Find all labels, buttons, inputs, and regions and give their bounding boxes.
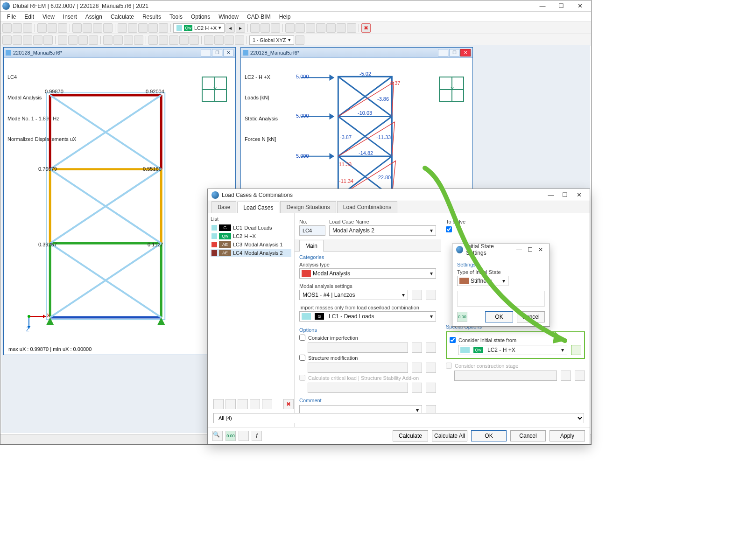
tb-prev-icon[interactable]: ◂ xyxy=(226,23,235,33)
tb2-move-icon[interactable] xyxy=(134,35,143,45)
modal-settings-select[interactable]: MOS1 - #4 | Lanczos ▾ xyxy=(299,290,408,300)
tb2-view3-icon[interactable] xyxy=(169,35,178,45)
tb2-solid-icon[interactable] xyxy=(43,35,53,45)
tb2-load-icon[interactable] xyxy=(78,35,88,45)
child-maximize-button[interactable]: ☐ xyxy=(449,49,459,56)
tb-save-icon[interactable] xyxy=(23,23,32,33)
analysis-type-select[interactable]: Modal Analysis ▾ xyxy=(299,268,436,279)
imperfection-new-button[interactable] xyxy=(426,343,436,353)
menu-help[interactable]: Help xyxy=(275,13,295,21)
structmod-edit-button[interactable] xyxy=(412,363,422,373)
apply-button[interactable]: Apply xyxy=(550,430,585,441)
tab-designsituations[interactable]: Design Situations xyxy=(280,201,336,213)
tb-disp5-icon[interactable] xyxy=(326,23,336,33)
tab-base[interactable]: Base xyxy=(211,201,236,213)
tb-undo-icon[interactable] xyxy=(37,23,47,33)
dialog-close-button[interactable]: ✕ xyxy=(572,190,586,200)
initial-state-select[interactable]: Qw LC2 - H +X ▾ xyxy=(458,345,567,355)
foot-member-button[interactable] xyxy=(239,431,249,441)
menu-calculate[interactable]: Calculate xyxy=(107,13,138,21)
opt-initial-state[interactable]: Consider initial state from xyxy=(450,337,581,343)
structmod-new-button[interactable] xyxy=(426,363,436,373)
menu-edit[interactable]: Edit xyxy=(21,13,38,21)
list-check-button[interactable] xyxy=(250,399,260,409)
tb2-mirror-icon[interactable] xyxy=(113,35,123,45)
solve-checkbox[interactable] xyxy=(446,226,585,232)
window-minimize-button[interactable]: — xyxy=(533,1,552,11)
lcname-select[interactable]: Modal Analysis 2 ▾ xyxy=(329,225,436,236)
child-close-button[interactable]: ✕ xyxy=(460,49,471,56)
tb2-copy-icon[interactable] xyxy=(103,35,113,45)
tab-loadcombinations[interactable]: Load Combinations xyxy=(337,201,397,213)
view-right-titlebar[interactable]: 220128_Manual5.rf6* — ☐ ✕ xyxy=(241,48,472,58)
menu-file[interactable]: File xyxy=(3,13,20,21)
dialog-minimize-button[interactable]: — xyxy=(544,190,558,200)
tb2-moment-icon[interactable] xyxy=(89,35,98,45)
menu-results[interactable]: Results xyxy=(139,13,165,21)
inner-cancel-button[interactable]: Cancel xyxy=(517,311,545,322)
opt-structmod[interactable]: Structure modification xyxy=(299,355,436,361)
menu-options[interactable]: Options xyxy=(187,13,214,21)
inner-ok-button[interactable]: OK xyxy=(485,311,513,322)
menu-window[interactable]: Window xyxy=(215,13,242,21)
loadcase-list-row[interactable]: QwLC2H +X xyxy=(211,232,291,240)
type-select[interactable]: Stiffness ▾ xyxy=(457,276,508,286)
tb-graph-icon[interactable] xyxy=(103,23,113,33)
tb-next-icon[interactable]: ▸ xyxy=(236,23,245,33)
tb2-render1-icon[interactable] xyxy=(204,35,213,45)
list-sort-button[interactable] xyxy=(238,399,248,409)
tb-redo-icon[interactable] xyxy=(48,23,57,33)
tb2-support-icon[interactable] xyxy=(58,35,67,45)
loadcase-selector[interactable]: Qw LC2 H +X ▾ xyxy=(173,23,225,33)
tb2-member-icon[interactable] xyxy=(23,35,32,45)
child-minimize-button[interactable]: — xyxy=(201,49,211,56)
cancel-button[interactable]: Cancel xyxy=(510,430,546,441)
tb2-globe-icon[interactable] xyxy=(295,35,304,45)
loadcase-list-row[interactable]: AELC3Modal Analysis 1 xyxy=(211,240,291,249)
tb-results-icon[interactable] xyxy=(83,23,92,33)
tb-new-icon[interactable] xyxy=(2,23,12,33)
menu-assign[interactable]: Assign xyxy=(82,13,106,21)
tb-ruler-icon[interactable] xyxy=(271,23,280,33)
list-copy-button[interactable] xyxy=(226,399,236,409)
foot-units-button[interactable]: 0.00 xyxy=(226,431,236,441)
tb2-render2-icon[interactable] xyxy=(214,35,224,45)
child-close-button[interactable]: ✕ xyxy=(223,49,233,56)
menu-tools[interactable]: Tools xyxy=(166,13,186,21)
tb-disp4-icon[interactable] xyxy=(316,23,325,33)
tb-pin-icon[interactable] xyxy=(250,23,260,33)
menu-cadbim[interactable]: CAD-BIM xyxy=(243,13,275,21)
child-maximize-button[interactable]: ☐ xyxy=(212,49,222,56)
dialog-maximize-button[interactable]: ☐ xyxy=(558,190,572,200)
dialog-maximize-button[interactable]: ☐ xyxy=(525,246,536,253)
initial-state-titlebar[interactable]: Initial State Settings — ☐ ✕ xyxy=(452,244,550,255)
loadcases-dialog-titlebar[interactable]: Load Cases & Combinations — ☐ ✕ xyxy=(208,189,590,201)
tb2-view5-icon[interactable] xyxy=(190,35,199,45)
view-left-titlebar[interactable]: 220128_Manual5.rf6* — ☐ ✕ xyxy=(4,48,235,58)
tb-print-icon[interactable] xyxy=(58,23,67,33)
tb2-render4-icon[interactable] xyxy=(235,35,244,45)
window-close-button[interactable]: ✕ xyxy=(571,1,589,11)
tb2-hinge-icon[interactable] xyxy=(68,35,78,45)
tb-pan-icon[interactable] xyxy=(148,23,158,33)
dialog-minimize-button[interactable]: — xyxy=(514,246,525,253)
imperfection-edit-button[interactable] xyxy=(412,343,422,353)
calculate-all-button[interactable]: Calculate All xyxy=(432,430,467,441)
list-uncheck-button[interactable] xyxy=(262,399,272,409)
list-new-button[interactable] xyxy=(213,399,224,409)
tb-disp3-icon[interactable] xyxy=(306,23,315,33)
loadcase-list-row[interactable]: AELC4Modal Analysis 2 xyxy=(211,249,291,257)
tb2-node-icon[interactable] xyxy=(2,35,12,45)
tb-disp1-icon[interactable] xyxy=(285,23,295,33)
tb-zoomfit-icon[interactable] xyxy=(118,23,127,33)
modal-settings-new-button[interactable] xyxy=(426,290,436,300)
tb-disp6-icon[interactable] xyxy=(337,23,346,33)
tb-table-icon[interactable] xyxy=(93,23,102,33)
tb2-view4-icon[interactable] xyxy=(179,35,189,45)
tb2-view2-icon[interactable] xyxy=(159,35,168,45)
gcs-selector[interactable]: 1 · Global XYZ ▾ xyxy=(249,35,294,45)
tb2-line-icon[interactable] xyxy=(13,35,22,45)
loadcase-list-row[interactable]: GLC1Dead Loads xyxy=(211,224,291,232)
menu-insert[interactable]: Insert xyxy=(59,13,81,21)
import-masses-select[interactable]: G LC1 - Dead Loads ▾ xyxy=(299,311,436,322)
